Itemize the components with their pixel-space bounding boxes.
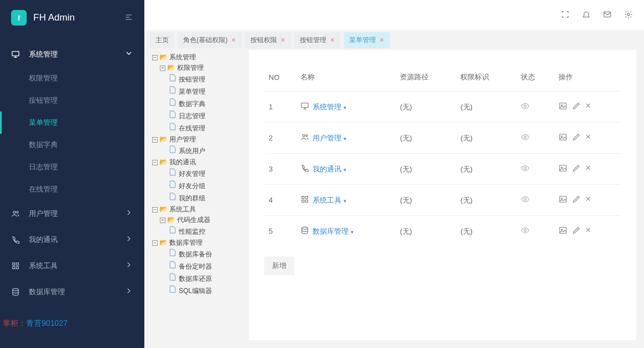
delete-action-icon[interactable]: ✕ xyxy=(585,195,591,205)
tree-node[interactable]: 系统用户 xyxy=(152,145,241,157)
tree-expand-icon[interactable]: + xyxy=(160,65,165,71)
svg-point-33 xyxy=(524,198,526,200)
sidebar-collapse-button[interactable] xyxy=(124,13,133,23)
folder-icon: 📂 xyxy=(159,204,168,215)
tree-node[interactable]: 数据库还原 xyxy=(152,273,241,285)
image-action-icon[interactable] xyxy=(559,195,567,205)
tab-close-icon[interactable]: ✕ xyxy=(231,37,236,44)
image-action-icon[interactable] xyxy=(559,164,567,174)
tree-label: 我的群组 xyxy=(179,193,205,204)
svg-rect-31 xyxy=(302,200,304,202)
delete-action-icon[interactable]: ✕ xyxy=(585,102,591,112)
messages-button[interactable] xyxy=(603,10,612,21)
nav-item-grid[interactable]: 系统工具 xyxy=(0,253,144,279)
tree-node[interactable]: 好友分组 xyxy=(152,180,241,192)
tab-close-icon[interactable]: ✕ xyxy=(280,37,285,44)
nav-item-monitor[interactable]: 系统管理 xyxy=(0,41,144,67)
delete-action-icon[interactable]: ✕ xyxy=(585,226,591,236)
image-action-icon[interactable] xyxy=(559,133,567,143)
edit-action-icon[interactable] xyxy=(572,226,581,236)
tab-close-icon[interactable]: ✕ xyxy=(330,37,335,44)
tree-node[interactable]: 在线管理 xyxy=(152,122,241,134)
tree-node[interactable]: 按钮管理 xyxy=(152,73,241,85)
tab[interactable]: 角色(基础权限)✕ xyxy=(178,32,242,48)
tree-node[interactable]: 性能监控 xyxy=(152,225,241,238)
submenu-item[interactable]: 按钮管理 xyxy=(0,89,144,112)
tree-node[interactable]: +📂权限管理 xyxy=(152,63,241,73)
tree-node[interactable]: 我的群组 xyxy=(152,192,241,204)
tree-node[interactable]: 好友管理 xyxy=(152,168,241,180)
tree-panel: −📂系统管理+📂权限管理按钮管理菜单管理数据字典日志管理在线管理−📂用户管理系统… xyxy=(152,50,241,340)
tree-label: 数据库管理 xyxy=(169,238,203,248)
name-link[interactable]: 数据库管理▾ xyxy=(313,227,354,235)
tree-node[interactable]: −📂用户管理 xyxy=(152,134,241,145)
edit-action-icon[interactable] xyxy=(572,133,581,143)
image-action-icon[interactable] xyxy=(559,102,567,112)
tab[interactable]: 主页 xyxy=(150,32,174,48)
cell-perm: (无) xyxy=(456,92,516,123)
eye-icon[interactable] xyxy=(521,228,530,236)
name-link[interactable]: 用户管理▾ xyxy=(313,134,346,142)
eye-icon[interactable] xyxy=(521,104,530,112)
tab[interactable]: 按钮权限✕ xyxy=(245,32,291,48)
tree-node[interactable]: SQL编辑器 xyxy=(152,285,241,297)
tree-node[interactable]: 日志管理 xyxy=(152,110,241,122)
notifications-button[interactable] xyxy=(582,10,591,21)
tree-node[interactable]: −📂系统管理 xyxy=(152,52,241,63)
edit-action-icon[interactable] xyxy=(572,195,581,205)
file-icon xyxy=(168,225,177,238)
tab-close-icon[interactable]: ✕ xyxy=(379,37,384,44)
cell-ops: ✕ xyxy=(554,123,621,154)
settings-button[interactable] xyxy=(624,10,633,21)
submenu-item[interactable]: 权限管理 xyxy=(0,67,144,89)
cell-name: 用户管理▾ xyxy=(296,123,396,154)
tree-node[interactable]: 数据字典 xyxy=(152,98,241,110)
edit-action-icon[interactable] xyxy=(572,102,581,112)
tree-node[interactable]: 菜单管理 xyxy=(152,85,241,98)
tree-label: 系统管理 xyxy=(169,52,196,63)
delete-action-icon[interactable]: ✕ xyxy=(585,133,591,143)
nav-item-users[interactable]: 用户管理 xyxy=(0,200,144,226)
file-icon xyxy=(168,192,177,204)
name-link[interactable]: 系统工具▾ xyxy=(313,196,346,204)
name-link[interactable]: 系统管理▾ xyxy=(313,103,346,111)
tree-expand-icon[interactable]: + xyxy=(160,218,165,223)
nav-item-phone[interactable]: 我的通讯 xyxy=(0,226,144,253)
tree-node[interactable]: −📂数据库管理 xyxy=(152,238,241,248)
tree-node[interactable]: +📂代码生成器 xyxy=(152,215,241,225)
tree-expand-icon[interactable]: − xyxy=(152,240,158,246)
submenu-item[interactable]: 菜单管理 xyxy=(0,112,144,134)
tree-node[interactable]: 数据库备份 xyxy=(152,248,241,260)
tree-node[interactable]: 备份定时器 xyxy=(152,260,241,273)
file-icon xyxy=(168,260,177,273)
tree-node[interactable]: −📂我的通讯 xyxy=(152,157,241,168)
submenu-item[interactable]: 日志管理 xyxy=(0,156,144,178)
eye-icon[interactable] xyxy=(521,135,530,143)
tabbar: 主页角色(基础权限)✕按钮权限✕按钮管理✕菜单管理✕ xyxy=(144,30,644,50)
chevron-icon xyxy=(124,208,133,219)
folder-icon: 📂 xyxy=(159,134,168,145)
eye-icon[interactable] xyxy=(521,166,530,174)
tree-expand-icon[interactable]: − xyxy=(152,55,158,60)
fullscreen-button[interactable] xyxy=(561,10,570,21)
tree-expand-icon[interactable]: − xyxy=(152,137,158,143)
image-action-icon[interactable] xyxy=(559,226,567,236)
tree-label: 在线管理 xyxy=(179,123,205,134)
tree-node[interactable]: −📂系统工具 xyxy=(152,204,241,215)
add-button[interactable]: 新增 xyxy=(264,256,294,275)
eye-icon[interactable] xyxy=(521,197,530,205)
tab[interactable]: 按钮管理✕ xyxy=(294,32,340,48)
chevron-down-icon: ▾ xyxy=(344,198,346,204)
edit-action-icon[interactable] xyxy=(572,164,581,174)
submenu-item[interactable]: 在线管理 xyxy=(0,178,144,200)
nav-item-db[interactable]: 数据库管理 xyxy=(0,279,144,305)
grid-icon xyxy=(11,261,21,270)
tree-expand-icon[interactable]: − xyxy=(152,160,158,165)
delete-action-icon[interactable]: ✕ xyxy=(585,164,591,174)
tab[interactable]: 菜单管理✕ xyxy=(344,32,390,48)
tree-expand-icon[interactable]: − xyxy=(152,207,158,213)
cell-path: (无) xyxy=(395,123,456,154)
name-link[interactable]: 我的通讯▾ xyxy=(313,165,346,173)
table-row: 4系统工具▾(无)(无)✕ xyxy=(264,185,621,216)
submenu-item[interactable]: 数据字典 xyxy=(0,134,144,156)
